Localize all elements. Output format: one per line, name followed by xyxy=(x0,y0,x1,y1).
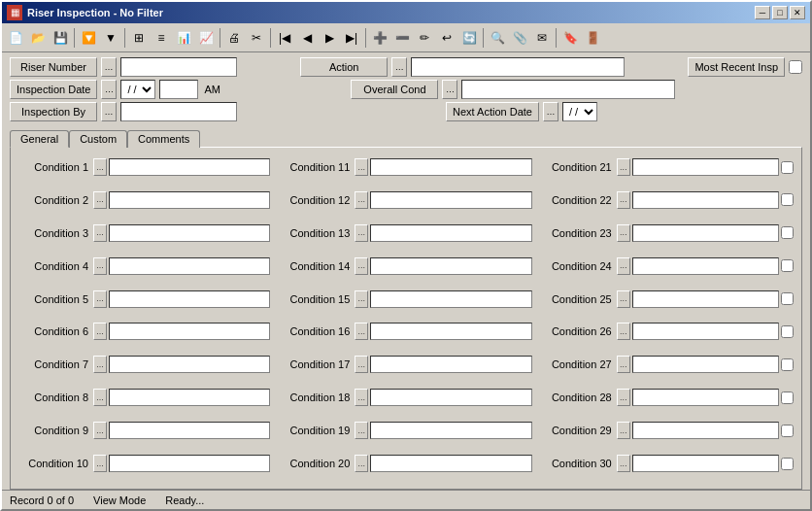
condition-input[interactable] xyxy=(632,158,779,176)
inspection-by-input[interactable] xyxy=(120,102,237,121)
condition-checkbox[interactable] xyxy=(781,392,794,404)
condition-input[interactable] xyxy=(109,422,270,439)
condition-input[interactable] xyxy=(632,323,779,340)
condition-input[interactable] xyxy=(632,224,779,242)
tb-open-btn[interactable]: 📂 xyxy=(27,27,49,49)
condition-lookup-btn[interactable]: … xyxy=(617,323,630,340)
condition-input[interactable] xyxy=(632,422,779,439)
condition-lookup-btn[interactable]: … xyxy=(355,224,368,242)
condition-lookup-btn[interactable]: … xyxy=(617,191,630,209)
tab-general[interactable]: General xyxy=(10,130,69,148)
maximize-button[interactable]: □ xyxy=(772,6,788,19)
tab-custom[interactable]: Custom xyxy=(69,130,127,148)
condition-input[interactable] xyxy=(632,389,779,406)
condition-checkbox[interactable] xyxy=(781,259,794,272)
condition-lookup-btn[interactable]: … xyxy=(93,455,107,472)
condition-lookup-btn[interactable]: … xyxy=(617,356,630,373)
riser-number-input[interactable] xyxy=(120,57,237,77)
condition-input[interactable] xyxy=(109,224,270,242)
condition-lookup-btn[interactable]: … xyxy=(93,158,107,176)
condition-lookup-btn[interactable]: … xyxy=(355,356,368,373)
condition-input[interactable] xyxy=(109,290,270,308)
inspection-time-input[interactable] xyxy=(159,80,198,99)
condition-lookup-btn[interactable]: … xyxy=(355,422,368,439)
action-btn[interactable]: … xyxy=(391,57,407,77)
condition-input[interactable] xyxy=(632,290,779,308)
inspection-by-btn[interactable]: … xyxy=(101,102,117,121)
condition-lookup-btn[interactable]: … xyxy=(93,356,107,373)
condition-input[interactable] xyxy=(370,191,531,209)
condition-lookup-btn[interactable]: … xyxy=(617,224,630,242)
condition-lookup-btn[interactable]: … xyxy=(93,422,107,439)
tab-comments[interactable]: Comments xyxy=(127,130,200,148)
condition-input[interactable] xyxy=(370,257,531,275)
tb-delete-btn[interactable]: ➖ xyxy=(391,27,413,49)
tb-cut-btn[interactable]: ✂ xyxy=(246,27,267,49)
minimize-button[interactable]: ─ xyxy=(755,6,770,19)
condition-lookup-btn[interactable]: … xyxy=(355,323,368,340)
tb-bookmark-btn[interactable]: 🔖 xyxy=(559,27,581,49)
condition-lookup-btn[interactable]: … xyxy=(617,422,630,439)
tb-first-btn[interactable]: |◀ xyxy=(274,27,295,49)
tb-filter-btn[interactable]: 🔽 xyxy=(78,27,99,49)
condition-checkbox[interactable] xyxy=(781,425,794,437)
condition-input[interactable] xyxy=(370,455,531,472)
condition-lookup-btn[interactable]: … xyxy=(355,290,368,308)
inspection-date-select[interactable]: / / xyxy=(120,80,155,99)
condition-lookup-btn[interactable]: … xyxy=(617,158,630,176)
condition-input[interactable] xyxy=(632,191,779,209)
tb-add-btn[interactable]: ➕ xyxy=(369,27,390,49)
next-action-date-btn[interactable]: … xyxy=(543,102,558,121)
condition-input[interactable] xyxy=(109,191,270,209)
condition-input[interactable] xyxy=(370,323,531,340)
condition-lookup-btn[interactable]: … xyxy=(355,191,368,209)
tb-email-btn[interactable]: ✉ xyxy=(531,27,553,49)
condition-checkbox[interactable] xyxy=(781,161,794,174)
tb-undo-btn[interactable]: ↩ xyxy=(436,27,457,49)
close-button[interactable]: ✕ xyxy=(790,6,805,19)
next-action-date-select[interactable]: / / xyxy=(562,102,597,121)
tb-last-btn[interactable]: ▶| xyxy=(341,27,362,49)
inspection-date-btn[interactable]: … xyxy=(101,80,117,99)
condition-input[interactable] xyxy=(632,356,779,373)
condition-input[interactable] xyxy=(370,389,531,406)
overall-cond-btn[interactable]: … xyxy=(442,80,457,99)
condition-lookup-btn[interactable]: … xyxy=(93,257,107,275)
condition-lookup-btn[interactable]: … xyxy=(355,257,368,275)
tb-attach-btn[interactable]: 📎 xyxy=(509,27,530,49)
condition-lookup-btn[interactable]: … xyxy=(93,290,107,308)
condition-input[interactable] xyxy=(370,224,531,242)
tb-chart-btn[interactable]: 📈 xyxy=(195,27,217,49)
condition-lookup-btn[interactable]: … xyxy=(355,158,368,176)
tb-refresh-btn[interactable]: 🔄 xyxy=(458,27,480,49)
condition-lookup-btn[interactable]: … xyxy=(93,323,107,340)
tb-find-btn[interactable]: 🔍 xyxy=(487,27,508,49)
condition-input[interactable] xyxy=(109,323,270,340)
condition-lookup-btn[interactable]: … xyxy=(617,389,630,406)
condition-checkbox[interactable] xyxy=(781,458,794,470)
tb-print-btn[interactable]: 🖨 xyxy=(223,27,245,49)
condition-input[interactable] xyxy=(370,158,531,176)
condition-lookup-btn[interactable]: … xyxy=(617,257,630,275)
condition-input[interactable] xyxy=(109,158,270,176)
condition-input[interactable] xyxy=(109,257,270,275)
tb-grid-btn[interactable]: ⊞ xyxy=(128,27,150,49)
condition-checkbox[interactable] xyxy=(781,358,794,371)
condition-lookup-btn[interactable]: … xyxy=(93,389,107,406)
condition-input[interactable] xyxy=(632,455,779,472)
condition-input[interactable] xyxy=(109,389,270,406)
condition-input[interactable] xyxy=(632,257,779,275)
condition-lookup-btn[interactable]: … xyxy=(93,191,107,209)
tb-save-btn[interactable]: 💾 xyxy=(50,27,71,49)
riser-number-btn[interactable]: … xyxy=(101,57,117,77)
tb-prev-btn[interactable]: ◀ xyxy=(296,27,318,49)
condition-input[interactable] xyxy=(109,356,270,373)
tb-filter2-btn[interactable]: ▼ xyxy=(100,27,121,49)
tb-report-btn[interactable]: 📊 xyxy=(173,27,194,49)
condition-input[interactable] xyxy=(109,455,270,472)
condition-checkbox[interactable] xyxy=(781,325,794,338)
condition-checkbox[interactable] xyxy=(781,292,794,305)
condition-input[interactable] xyxy=(370,290,531,308)
condition-lookup-btn[interactable]: … xyxy=(355,455,368,472)
tb-new-btn[interactable]: 📄 xyxy=(5,27,26,49)
